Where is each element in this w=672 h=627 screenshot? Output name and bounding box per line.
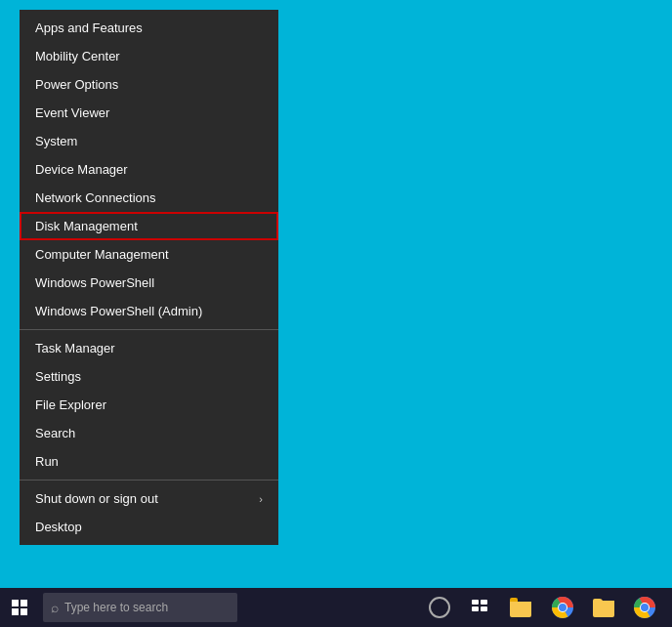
menu-item-desktop[interactable]: Desktop [20,513,278,541]
menu-item-label-file-explorer: File Explorer [35,397,106,412]
desktop: Apps and FeaturesMobility CenterPower Op… [0,0,672,627]
svg-rect-2 [472,606,479,611]
menu-item-label-device-manager: Device Manager [35,162,128,177]
menu-item-windows-powershell[interactable]: Windows PowerShell [20,269,278,297]
svg-point-12 [641,604,649,611]
menu-item-windows-powershell-admin[interactable]: Windows PowerShell (Admin) [20,297,278,325]
menu-item-label-run: Run [35,454,59,469]
menu-item-label-windows-powershell: Windows PowerShell [35,275,154,290]
svg-rect-3 [481,606,487,611]
menu-item-label-shut-down-sign-out: Shut down or sign out [35,491,158,506]
taskbar-icons [420,588,672,627]
file-explorer-button[interactable] [502,588,541,627]
menu-item-label-desktop: Desktop [35,520,82,534]
cortana-button[interactable] [420,588,459,627]
menu-item-file-explorer[interactable]: File Explorer [20,391,278,419]
menu-item-disk-management[interactable]: Disk Management [20,212,278,240]
task-view-button[interactable] [461,588,500,627]
menu-item-device-manager[interactable]: Device Manager [20,155,278,184]
chrome-icon-1 [552,597,573,618]
menu-item-task-manager[interactable]: Task Manager [20,334,278,362]
chrome-button-2[interactable] [625,588,664,627]
cortana-icon [429,597,450,618]
menu-item-computer-management[interactable]: Computer Management [20,240,278,269]
menu-item-run[interactable]: Run [20,447,278,476]
taskbar-search-placeholder: Type here to search [64,601,168,614]
svg-rect-0 [472,600,479,605]
search-icon: ⌕ [51,600,59,615]
windows-logo-icon [12,600,27,615]
menu-item-apps-features[interactable]: Apps and Features [20,14,278,42]
menu-item-mobility-center[interactable]: Mobility Center [20,42,278,70]
menu-item-label-disk-management: Disk Management [35,219,138,233]
menu-item-label-power-options: Power Options [35,77,118,92]
folder-icon [593,598,614,617]
task-view-icon [472,600,489,615]
menu-item-label-system: System [35,134,77,148]
taskbar-search-box[interactable]: ⌕ Type here to search [43,593,237,622]
menu-item-search[interactable]: Search [20,419,278,447]
menu-divider [20,480,278,481]
file-explorer-icon [510,598,533,617]
svg-rect-1 [481,600,487,605]
taskbar: ⌕ Type here to search [0,588,672,627]
menu-item-system[interactable]: System [20,127,278,155]
menu-item-label-windows-powershell-admin: Windows PowerShell (Admin) [35,304,202,318]
menu-item-label-computer-management: Computer Management [35,247,169,262]
folder-button[interactable] [584,588,623,627]
menu-item-event-viewer[interactable]: Event Viewer [20,99,278,127]
chrome-button-1[interactable] [543,588,582,627]
menu-item-label-task-manager: Task Manager [35,341,115,355]
menu-item-label-settings: Settings [35,369,81,384]
menu-item-label-network-connections: Network Connections [35,190,156,205]
start-button[interactable] [0,588,39,627]
context-menu: Apps and FeaturesMobility CenterPower Op… [20,10,278,545]
menu-item-shut-down-sign-out[interactable]: Shut down or sign out› [20,484,278,513]
menu-item-settings[interactable]: Settings [20,362,278,391]
menu-item-power-options[interactable]: Power Options [20,70,278,99]
menu-item-label-search: Search [35,426,75,440]
chrome-icon-2 [634,597,655,618]
svg-point-9 [559,604,567,611]
menu-item-label-apps-features: Apps and Features [35,21,143,35]
submenu-arrow-icon: › [259,493,263,505]
menu-divider [20,329,278,330]
menu-item-network-connections[interactable]: Network Connections [20,184,278,212]
menu-item-label-mobility-center: Mobility Center [35,49,120,63]
menu-item-label-event-viewer: Event Viewer [35,105,109,120]
